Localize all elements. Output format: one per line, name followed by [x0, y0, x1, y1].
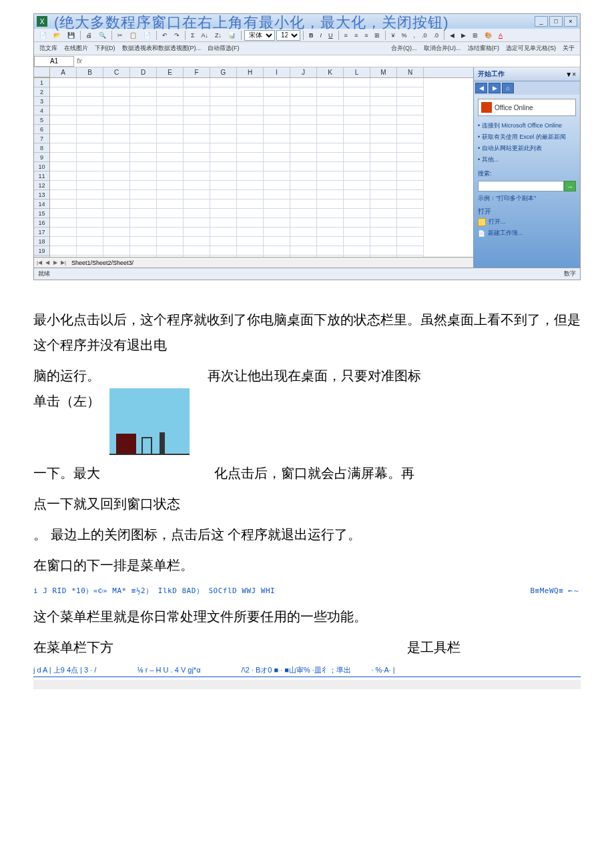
cell[interactable] — [77, 209, 103, 218]
cell[interactable] — [184, 97, 210, 106]
pane-link[interactable]: 连接到 Microsoft Office Online — [478, 120, 576, 131]
cell[interactable] — [77, 162, 103, 171]
cell[interactable] — [264, 218, 290, 228]
row-header[interactable]: 17 — [34, 228, 50, 237]
toolbar-item[interactable]: 范文库 — [37, 43, 60, 54]
cell[interactable] — [103, 199, 130, 209]
name-box[interactable] — [34, 56, 74, 67]
cell[interactable] — [184, 246, 210, 256]
cell[interactable] — [290, 134, 317, 143]
cell[interactable] — [103, 106, 130, 115]
col-header[interactable]: B — [77, 67, 103, 77]
close-button[interactable]: × — [564, 16, 577, 27]
cell[interactable] — [210, 162, 237, 171]
cell[interactable] — [130, 134, 157, 143]
cell[interactable] — [184, 134, 210, 143]
pane-link[interactable]: 其他... — [478, 154, 576, 165]
cell[interactable] — [157, 181, 184, 190]
cell[interactable] — [103, 209, 130, 218]
cell[interactable] — [77, 115, 103, 125]
cell[interactable] — [317, 115, 344, 125]
pane-link[interactable]: 自动从网站更新此列表 — [478, 143, 576, 154]
cell[interactable] — [370, 87, 397, 97]
cell[interactable] — [130, 87, 157, 97]
cell[interactable] — [157, 218, 184, 228]
cell[interactable] — [290, 218, 317, 228]
row-header[interactable]: 19 — [34, 246, 50, 256]
cell[interactable] — [130, 190, 157, 199]
cell[interactable] — [184, 181, 210, 190]
formula-bar[interactable] — [85, 56, 580, 67]
toolbar-item[interactable]: 选定可见单元格(S) — [503, 43, 559, 54]
cell[interactable] — [237, 87, 264, 97]
cell[interactable] — [184, 115, 210, 125]
cell[interactable] — [50, 162, 77, 171]
cell[interactable] — [344, 190, 370, 199]
toolbar-item[interactable]: 自动筛选(F) — [205, 43, 242, 54]
cell[interactable] — [370, 106, 397, 115]
row-header[interactable]: 14 — [34, 199, 50, 209]
cell[interactable] — [237, 125, 264, 134]
pane-dropdown-icon[interactable]: ▼ — [565, 71, 572, 78]
cell[interactable] — [370, 209, 397, 218]
cell[interactable] — [130, 162, 157, 171]
cell[interactable] — [130, 106, 157, 115]
cell[interactable] — [237, 181, 264, 190]
cell[interactable] — [317, 181, 344, 190]
cell[interactable] — [103, 153, 130, 162]
pane-home-icon[interactable]: ⌂ — [502, 83, 514, 93]
cell[interactable] — [397, 199, 424, 209]
cell[interactable] — [344, 87, 370, 97]
row-header[interactable]: 13 — [34, 190, 50, 199]
cell[interactable] — [397, 228, 424, 237]
cell[interactable] — [130, 199, 157, 209]
row-header[interactable]: 12 — [34, 181, 50, 190]
cell[interactable] — [397, 153, 424, 162]
cell[interactable] — [344, 209, 370, 218]
tab-next-icon[interactable]: ▶ — [51, 259, 59, 267]
col-header[interactable]: G — [210, 67, 237, 77]
cell[interactable] — [210, 199, 237, 209]
cell[interactable] — [370, 190, 397, 199]
row-header[interactable]: 2 — [34, 87, 50, 97]
new-icon[interactable]: 📄 — [37, 31, 49, 40]
toolbar-item[interactable]: 合并(Q)... — [388, 43, 420, 54]
cell[interactable] — [77, 171, 103, 181]
cell[interactable] — [210, 153, 237, 162]
cell[interactable] — [290, 106, 317, 115]
row-header[interactable]: 4 — [34, 106, 50, 115]
cell[interactable] — [344, 115, 370, 125]
cell[interactable] — [344, 218, 370, 228]
cell[interactable] — [50, 106, 77, 115]
cell[interactable] — [370, 237, 397, 246]
cell[interactable] — [237, 162, 264, 171]
cell[interactable] — [130, 218, 157, 228]
cell[interactable] — [50, 237, 77, 246]
cell[interactable] — [397, 87, 424, 97]
cell[interactable] — [237, 228, 264, 237]
col-header[interactable]: M — [370, 67, 397, 77]
cell[interactable] — [184, 162, 210, 171]
cell[interactable] — [264, 209, 290, 218]
cell[interactable] — [397, 134, 424, 143]
cell[interactable] — [290, 209, 317, 218]
cell[interactable] — [103, 237, 130, 246]
cell[interactable] — [264, 87, 290, 97]
cell[interactable] — [184, 237, 210, 246]
cell[interactable] — [317, 153, 344, 162]
cell[interactable] — [103, 115, 130, 125]
cell[interactable] — [103, 228, 130, 237]
cell[interactable] — [397, 125, 424, 134]
cell[interactable] — [237, 106, 264, 115]
toolbar-item[interactable]: 冻结窗格(F) — [465, 43, 503, 54]
cell[interactable] — [184, 228, 210, 237]
cell[interactable] — [50, 218, 77, 228]
cell[interactable] — [210, 218, 237, 228]
col-header[interactable]: K — [317, 67, 344, 77]
cell[interactable] — [344, 181, 370, 190]
cell[interactable] — [370, 153, 397, 162]
cell[interactable] — [184, 199, 210, 209]
cell[interactable] — [184, 125, 210, 134]
row-header[interactable]: 11 — [34, 171, 50, 181]
cell[interactable] — [130, 209, 157, 218]
